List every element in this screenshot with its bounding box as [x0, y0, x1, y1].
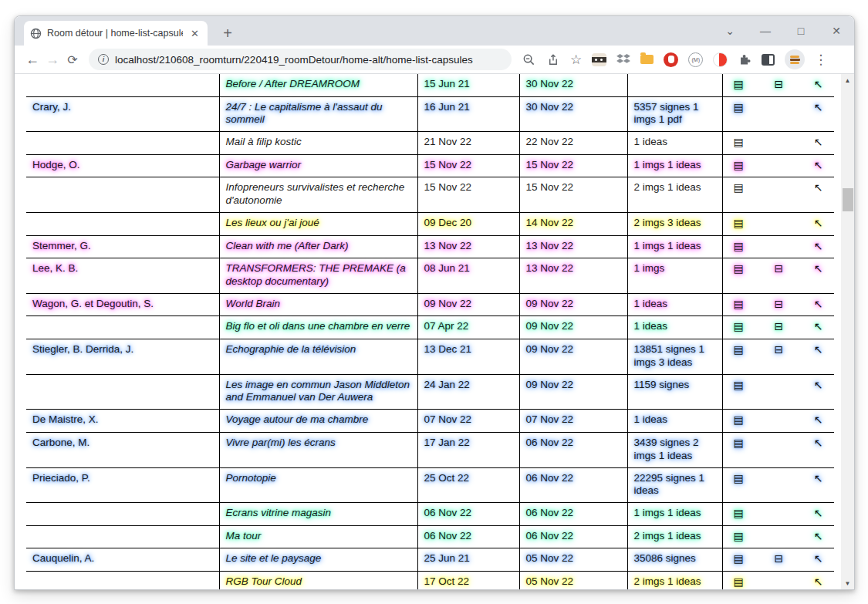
actions-cell: ▤⊟↖	[722, 316, 834, 339]
reload-button[interactable]: ⟳	[62, 52, 83, 67]
open-arrow-icon[interactable]: ↖	[814, 343, 823, 357]
list-icon[interactable]: ▤	[734, 552, 744, 566]
maximize-button[interactable]: □	[783, 16, 819, 46]
list-icon[interactable]: ▤	[734, 507, 744, 521]
actions-cell: ▤⊟↖	[722, 571, 834, 589]
open-arrow-icon[interactable]: ↖	[814, 575, 823, 589]
list-icon[interactable]: ▤	[734, 217, 744, 231]
tab-search-icon[interactable]: ⌄	[712, 16, 748, 46]
open-arrow-icon[interactable]: ↖	[814, 530, 823, 544]
title-cell-text: Le site et le paysage	[226, 552, 322, 564]
dropbox-extension-icon[interactable]	[616, 53, 630, 66]
date-modified-cell-text: 09 Nov 22	[526, 298, 574, 309]
info-cell: 1 ideas	[627, 316, 722, 339]
open-arrow-icon[interactable]: ↖	[814, 552, 823, 566]
list-icon[interactable]: ▤	[734, 437, 744, 450]
open-arrow-icon[interactable]: ↖	[814, 181, 823, 195]
list-icon[interactable]: ▤	[734, 159, 744, 173]
m-badge-extension-icon[interactable]: (M)	[688, 52, 703, 67]
split-icon[interactable]: ⊟	[774, 320, 783, 334]
list-icon[interactable]: ▤	[734, 413, 744, 427]
site-info-icon[interactable]: i	[98, 54, 109, 65]
title-cell-text: 24/7 : Le capitalisme à l'assaut du somm…	[226, 101, 383, 126]
record-extension-icon[interactable]	[713, 52, 728, 67]
scrollbar-thumb[interactable]	[843, 188, 853, 211]
list-icon[interactable]: ▤	[734, 575, 744, 589]
tab-close-icon[interactable]: ✕	[188, 28, 201, 39]
url-text[interactable]: localhost/210608_roomturn/220419_roomDet…	[115, 54, 473, 66]
split-icon[interactable]: ⊟	[774, 78, 783, 92]
date-modified-cell: 09 Nov 22	[519, 339, 627, 374]
open-arrow-icon[interactable]: ↖	[814, 262, 823, 276]
date-created-cell-text: 08 Jun 21	[424, 262, 470, 274]
list-icon[interactable]: ▤	[734, 181, 744, 195]
info-cell-text: 1 imgs 1 ideas	[634, 159, 701, 170]
open-arrow-icon[interactable]: ↖	[814, 507, 823, 521]
title-cell: Echographie de la télévision	[219, 339, 417, 374]
list-icon[interactable]: ▤	[734, 101, 744, 115]
date-modified-cell-text: 09 Nov 22	[526, 343, 574, 355]
title-cell-text: Clean with me (After Dark)	[226, 240, 349, 251]
list-icon[interactable]: ▤	[734, 262, 744, 276]
open-arrow-icon[interactable]: ↖	[814, 437, 823, 450]
date-created-cell: 25 Oct 22	[417, 467, 519, 503]
share-icon[interactable]	[546, 53, 559, 66]
info-cell: 35086 signes	[627, 548, 722, 572]
list-icon[interactable]: ▤	[734, 78, 744, 92]
date-modified-cell-text: 15 Nov 22	[526, 159, 574, 170]
list-icon[interactable]: ▤	[734, 530, 744, 544]
split-icon[interactable]: ⊟	[774, 262, 783, 276]
table-row: Lee, K. B.TRANSFORMERS: THE PREMAKE (a d…	[26, 258, 834, 294]
list-icon[interactable]: ▤	[734, 472, 744, 486]
profile-avatar[interactable]	[785, 49, 805, 69]
stop-hand-extension-icon[interactable]	[664, 52, 678, 67]
puzzle-extensions-icon[interactable]	[738, 52, 751, 66]
new-tab-button[interactable]: +	[217, 22, 238, 44]
open-arrow-icon[interactable]: ↖	[814, 298, 823, 312]
dark-mask-extension-icon[interactable]	[592, 53, 606, 66]
open-arrow-icon[interactable]: ↖	[814, 78, 823, 92]
folder-extension-icon[interactable]	[640, 55, 654, 64]
capsule-table-wrap: Before / After DREAMROOM15 Jun 2130 Nov …	[26, 74, 834, 589]
date-created-cell-text: 17 Jan 22	[424, 437, 470, 448]
sidebar-toggle-icon[interactable]	[762, 54, 775, 66]
open-arrow-icon[interactable]: ↖	[814, 217, 823, 231]
list-icon[interactable]: ▤	[734, 343, 744, 357]
list-icon[interactable]: ▤	[734, 136, 744, 150]
date-created-cell: 15 Jun 21	[417, 74, 519, 96]
open-arrow-icon[interactable]: ↖	[814, 472, 823, 486]
close-button[interactable]: ✕	[819, 16, 854, 46]
date-created-cell: 16 Jun 21	[417, 96, 519, 132]
browser-menu-icon[interactable]: ⋮	[814, 52, 827, 68]
open-arrow-icon[interactable]: ↖	[814, 240, 823, 254]
capsule-table: Before / After DREAMROOM15 Jun 2130 Nov …	[26, 74, 834, 589]
address-bar[interactable]: i localhost/210608_roomturn/220419_roomD…	[89, 49, 512, 70]
list-icon[interactable]: ▤	[734, 240, 744, 254]
open-arrow-icon[interactable]: ↖	[814, 320, 823, 334]
date-modified-cell-text: 06 Nov 22	[526, 437, 574, 448]
split-icon[interactable]: ⊟	[774, 552, 783, 566]
back-button[interactable]: ←	[22, 52, 42, 68]
date-modified-cell-text: 06 Nov 22	[526, 472, 574, 484]
minimize-button[interactable]: —	[748, 16, 783, 46]
open-arrow-icon[interactable]: ↖	[814, 101, 823, 115]
split-icon[interactable]: ⊟	[774, 343, 783, 357]
date-created-cell-text: 25 Oct 22	[424, 472, 470, 484]
title-cell-text: TRANSFORMERS: THE PREMAKE (a desktop doc…	[226, 262, 406, 287]
vertical-scrollbar[interactable]: ▲ ▼	[841, 74, 854, 589]
zoom-icon[interactable]	[522, 53, 535, 66]
browser-tab[interactable]: Room détour | home-list-capsule ✕	[24, 21, 208, 46]
scroll-down-icon[interactable]: ▼	[841, 577, 854, 589]
open-arrow-icon[interactable]: ↖	[814, 159, 823, 173]
open-arrow-icon[interactable]: ↖	[814, 413, 823, 427]
list-icon[interactable]: ▤	[734, 379, 744, 393]
list-icon[interactable]: ▤	[734, 298, 744, 312]
split-icon[interactable]: ⊟	[774, 298, 783, 312]
bookmark-star-icon[interactable]: ☆	[570, 52, 582, 68]
info-cell: 2 imgs 1 ideas	[627, 525, 722, 548]
scroll-up-icon[interactable]: ▲	[841, 74, 854, 86]
table-row: Before / After DREAMROOM15 Jun 2130 Nov …	[26, 74, 834, 96]
list-icon[interactable]: ▤	[734, 320, 744, 334]
open-arrow-icon[interactable]: ↖	[814, 136, 823, 150]
open-arrow-icon[interactable]: ↖	[814, 379, 823, 393]
